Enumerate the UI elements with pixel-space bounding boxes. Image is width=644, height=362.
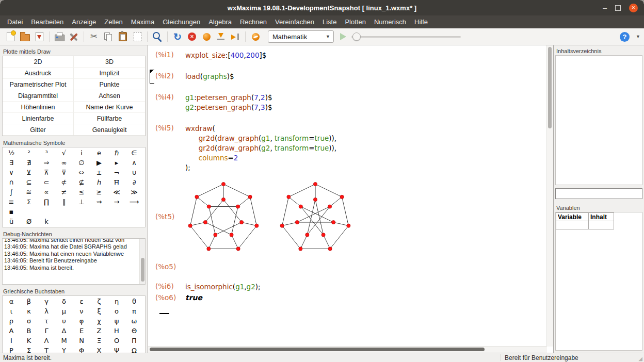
greek-letter-button[interactable]: μ (55, 306, 73, 316)
greek-letter-button[interactable]: Χ (90, 345, 108, 353)
greek-letter-button[interactable]: Ζ (90, 326, 108, 336)
symbol-button[interactable]: √ (55, 148, 73, 158)
code-input[interactable]: load(graphs)$ (185, 72, 234, 81)
menu-rechnen[interactable]: Rechnen (236, 17, 271, 27)
greek-letter-button[interactable]: γ (38, 297, 55, 306)
debug-scrollbar-thumb[interactable] (141, 258, 144, 282)
symbol-button[interactable]: ▶ (90, 158, 108, 168)
symbol-button[interactable]: ℎ (90, 177, 108, 187)
draw-button-f-llfarbe[interactable]: Füllfarbe (74, 113, 145, 124)
draw-button-implizit[interactable]: Implizit (74, 68, 145, 79)
symbol-button[interactable]: Σ (20, 197, 38, 207)
draw-button-diagrammtitel[interactable]: Diagrammtitel (3, 90, 74, 102)
greek-letter-button[interactable]: Ε (73, 326, 90, 336)
worksheet-horizontal-scrollbar[interactable] (148, 346, 547, 353)
symbol-button[interactable]: ∄ (20, 158, 38, 168)
animation-slider[interactable] (351, 31, 461, 42)
maximize-icon[interactable] (615, 5, 621, 11)
greek-letter-button[interactable]: τ (38, 316, 55, 326)
code-input[interactable]: wxplot_size:[400,200]$ (185, 51, 266, 60)
minimize-icon[interactable]: – (603, 5, 607, 10)
greek-letter-button[interactable]: Φ (73, 345, 90, 353)
greek-letter-button[interactable]: Ξ (90, 336, 108, 345)
draw-button-3d[interactable]: 3D (74, 56, 145, 68)
symbol-button[interactable]: ≤ (73, 187, 90, 197)
symbol-button[interactable]: ≡ (3, 197, 20, 207)
symbol-button[interactable]: ³ (38, 148, 55, 158)
greek-letter-button[interactable]: Ψ (108, 345, 125, 353)
new-document-icon[interactable] (4, 30, 17, 43)
menu-vereinfachen[interactable]: Vereinfachen (271, 17, 318, 27)
symbol-button[interactable]: ⊽ (55, 168, 73, 177)
greek-letter-button[interactable]: Δ (55, 326, 73, 336)
code-input[interactable]: g1:petersen_graph(7,2)$g2:petersen_graph… (185, 93, 272, 112)
draw-button-h-henlinien[interactable]: Höhenlinien (3, 102, 74, 113)
symbol-button[interactable]: ≫ (125, 187, 143, 197)
greek-letter-button[interactable]: Γ (38, 326, 55, 336)
symbol-button[interactable]: ℏ (108, 148, 125, 158)
symbol-button[interactable]: ∫ (3, 187, 20, 197)
symbol-button[interactable]: ∨ (3, 168, 20, 177)
symbol-button[interactable]: → (108, 197, 125, 207)
symbol-button[interactable]: ² (20, 148, 38, 158)
greek-letter-button[interactable]: ν (73, 306, 90, 316)
draw-button-2d[interactable]: 2D (3, 56, 74, 68)
greek-letter-button[interactable]: ο (108, 306, 125, 316)
play-animation-icon[interactable] (340, 33, 346, 40)
symbol-button[interactable]: ≪ (108, 187, 125, 197)
menu-numerisch[interactable]: Numerisch (370, 17, 410, 27)
configure-icon[interactable] (67, 30, 81, 43)
print-icon[interactable] (53, 30, 66, 43)
symbol-button[interactable]: ⇒ (38, 158, 55, 168)
draw-button-genauigkeit[interactable]: Genauigkeit (74, 124, 145, 136)
greek-letter-button[interactable]: ι (3, 306, 20, 316)
save-icon[interactable] (33, 30, 46, 43)
menu-gleichungen[interactable]: Gleichungen (158, 17, 204, 27)
code-input[interactable]: is_isomorphic(g1,g2); (185, 282, 261, 292)
resize-grip[interactable]: ◢ (638, 356, 642, 361)
symbol-button[interactable]: ⟶ (125, 197, 143, 207)
greek-letter-button[interactable]: ψ (108, 316, 125, 326)
draw-button-gitter[interactable]: Gitter (3, 124, 74, 136)
greek-letter-button[interactable]: ξ (90, 306, 108, 316)
titlebar[interactable]: wxMaxima 19.08.1-DevelopmentSnapshot [ l… (0, 0, 644, 15)
symbol-button[interactable]: e (90, 148, 108, 158)
greek-letter-button[interactable]: Ν (73, 336, 90, 345)
symbol-button[interactable]: ∝ (38, 187, 55, 197)
greek-letter-button[interactable]: υ (55, 316, 73, 326)
open-icon[interactable] (18, 30, 31, 43)
cell-type-select[interactable]: Mathematik ▼ (268, 30, 334, 43)
slider-thumb[interactable] (352, 32, 361, 41)
symbol-button[interactable]: ∩ (3, 177, 20, 187)
follow-icon[interactable] (200, 30, 213, 43)
symbol-button[interactable]: ≠ (55, 187, 73, 197)
menu-zellen[interactable]: Zellen (100, 17, 126, 27)
evaluate-to-point-icon[interactable] (229, 30, 242, 43)
greek-letter-button[interactable]: η (108, 297, 125, 306)
evaluate-rest-icon[interactable] (214, 30, 228, 43)
worksheet-horizontal-scrollbar-thumb[interactable] (150, 348, 485, 351)
worksheet-vertical-scrollbar[interactable] (546, 45, 553, 347)
variables-cell[interactable] (556, 221, 589, 229)
symbol-button[interactable]: ⇝ (90, 197, 108, 207)
cut-icon[interactable]: ✂ (87, 30, 101, 43)
symbol-button[interactable]: ½ (3, 148, 20, 158)
cell-bracket[interactable] (150, 70, 154, 84)
menu-anzeige[interactable]: Anzeige (68, 17, 100, 27)
greek-letter-button[interactable]: ζ (90, 297, 108, 306)
greek-letter-button[interactable]: Β (20, 326, 38, 336)
copy-icon[interactable] (102, 30, 115, 43)
greek-letter-button[interactable]: λ (38, 306, 55, 316)
menu-hilfe[interactable]: Hilfe (410, 17, 432, 27)
symbol-button[interactable]: ▸ (108, 158, 125, 168)
symbol-button[interactable]: i (73, 148, 90, 158)
code-input[interactable]: wxdraw( gr2d(draw_graph(g1, transform=tr… (185, 124, 336, 173)
greek-letter-button[interactable]: Ο (108, 336, 125, 345)
symbol-button[interactable]: ∥ (55, 197, 73, 207)
select-all-icon[interactable] (131, 30, 144, 43)
greek-letter-button[interactable]: ε (73, 297, 90, 306)
greek-letter-button[interactable]: Σ (20, 345, 38, 353)
symbol-button[interactable]: ⊻ (20, 168, 38, 177)
menu-liste[interactable]: Liste (318, 17, 341, 27)
greek-letter-button[interactable]: Ω (125, 345, 143, 353)
